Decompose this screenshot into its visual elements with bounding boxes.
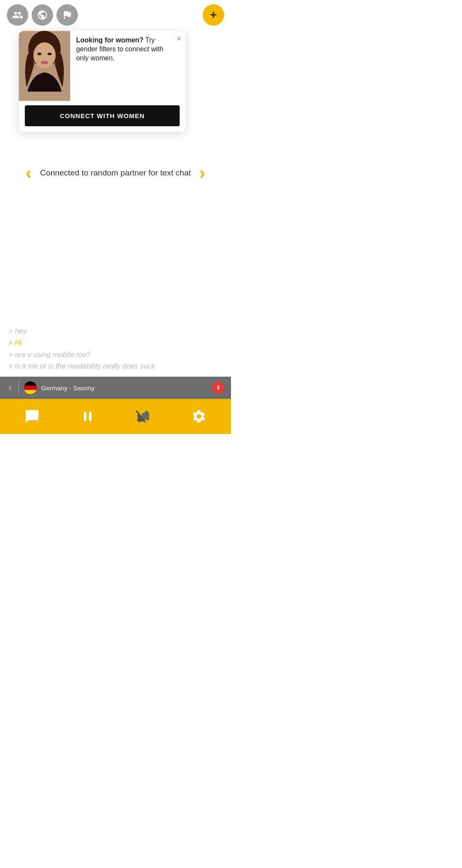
popup-title-bold: Looking for women? — [76, 36, 143, 44]
popup-inner: × Looking for women? Try gender filters … — [19, 31, 186, 132]
prev-arrow[interactable]: ‹ — [21, 163, 36, 183]
popup-card: × Looking for women? Try gender filters … — [19, 31, 186, 132]
connected-text: Connected to random partner for text cha… — [36, 168, 195, 178]
pause-nav-button[interactable] — [75, 404, 101, 429]
chat-message-3: > are u using mobile too? — [9, 349, 222, 360]
svg-point-4 — [37, 53, 41, 55]
chat-message-2: > Hi — [9, 337, 222, 348]
chat-area: > hey > Hi > are u using mobile too? > i… — [0, 325, 231, 372]
people-icon-button[interactable] — [7, 4, 28, 26]
chat-nav-button[interactable] — [19, 404, 45, 429]
svg-rect-8 — [24, 390, 37, 394]
svg-point-3 — [41, 61, 48, 64]
heart-badge: 3 — [212, 382, 224, 394]
status-location: Germany - Saxony — [41, 384, 212, 392]
main-content: ‹ Connected to random partner for text c… — [0, 163, 231, 183]
settings-nav-button[interactable] — [186, 404, 212, 429]
chat-message-1: > hey — [9, 325, 222, 337]
svg-rect-6 — [24, 381, 37, 386]
bottom-nav — [0, 399, 231, 434]
close-button[interactable]: × — [176, 34, 181, 43]
popup-title: Looking for women? Try gender filters to… — [76, 36, 170, 62]
status-divider — [18, 381, 19, 394]
add-button[interactable]: + — [203, 4, 224, 26]
connect-women-button[interactable]: CONNECT WITH WOMEN — [25, 105, 180, 126]
svg-point-5 — [47, 53, 52, 55]
video-off-nav-button[interactable] — [130, 404, 156, 429]
svg-rect-7 — [24, 386, 37, 390]
globe-icon-button[interactable] — [32, 4, 53, 26]
status-bar: ♀ Germany - Saxony 3 — [0, 377, 231, 399]
flag-icon-button[interactable] — [56, 4, 78, 26]
gender-icon: ♀ — [7, 383, 13, 393]
germany-flag — [24, 381, 37, 394]
popup-image — [19, 31, 70, 101]
popup-text-area: × Looking for women? Try gender filters … — [70, 31, 186, 101]
top-bar: + — [0, 0, 231, 30]
top-bar-icons — [7, 4, 78, 26]
chat-message-4: > is it me or is the readability really … — [9, 360, 222, 372]
popup-top: × Looking for women? Try gender filters … — [19, 31, 186, 101]
next-arrow[interactable]: › — [195, 163, 210, 183]
